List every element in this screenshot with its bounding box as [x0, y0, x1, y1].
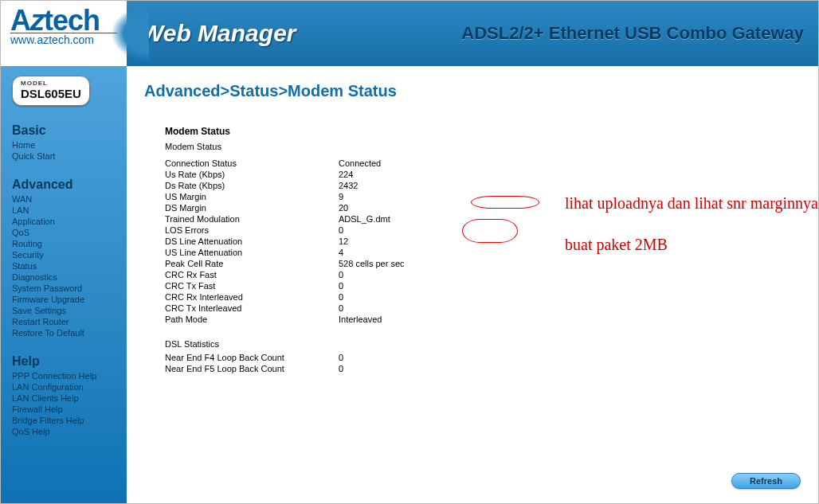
modem-status-title: Modem Status — [165, 126, 804, 137]
content-area: Advanced>Status>Modem Status Modem Statu… — [127, 66, 818, 503]
table-row: Peak Cell Rate528 cells per sec — [165, 258, 434, 269]
logo-brand: Aztech — [10, 7, 117, 34]
stat-value: 224 — [339, 169, 434, 180]
header-title: Web Manager — [141, 20, 296, 47]
table-row: DS Margin20 — [165, 202, 434, 213]
dsl-stats-table: Near End F4 Loop Back Count0Near End F5 … — [165, 352, 434, 374]
table-row: CRC Rx Interleaved0 — [165, 291, 434, 303]
nav-section: BasicHomeQuick Start — [12, 123, 116, 162]
nav-section: HelpPPP Connection HelpLAN Configuration… — [12, 354, 116, 437]
stat-value: 0 — [339, 303, 434, 314]
stat-value: 0 — [339, 363, 434, 374]
stat-label: US Line Attenuation — [165, 247, 339, 258]
nav-container: BasicHomeQuick StartAdvancedWANLANApplic… — [12, 123, 116, 437]
stat-value: 9 — [339, 191, 434, 202]
nav-item-application[interactable]: Application — [12, 216, 116, 227]
nav-item-firmware-upgrade[interactable]: Firmware Upgrade — [12, 294, 116, 305]
nav-item-home[interactable]: Home — [12, 139, 116, 150]
app-window: Aztech www.aztech.com Web Manager ADSL2/… — [0, 0, 819, 504]
nav-item-qos[interactable]: QoS — [12, 227, 116, 238]
table-row: US Line Attenuation4 — [165, 247, 434, 258]
nav-item-lan-clients-help[interactable]: LAN Clients Help — [12, 393, 116, 404]
annotation-text: lihat uploadnya dan lihat snr marginnya … — [565, 182, 818, 265]
stat-value: Interleaved — [339, 314, 434, 325]
refresh-button[interactable]: Refresh — [731, 473, 801, 489]
modem-status-table: Connection StatusConnectedUs Rate (Kbps)… — [165, 158, 434, 325]
table-row: LOS Errors0 — [165, 225, 434, 236]
nav-item-lan[interactable]: LAN — [12, 205, 116, 216]
stat-label: Connection Status — [165, 158, 339, 169]
stat-value: 2432 — [339, 180, 434, 191]
nav-item-status[interactable]: Status — [12, 260, 116, 272]
stat-label: Ds Rate (Kbps) — [165, 180, 339, 191]
nav-section-head: Basic — [12, 123, 116, 138]
nav-item-qos-help[interactable]: QoS Help — [12, 426, 116, 437]
nav-section-head: Help — [12, 354, 116, 369]
stat-value: 20 — [339, 202, 434, 213]
model-label: MODEL — [21, 80, 81, 87]
table-row: CRC Rx Fast0 — [165, 269, 434, 280]
table-row: CRC Tx Interleaved0 — [165, 303, 434, 314]
stat-label: CRC Rx Interleaved — [165, 291, 339, 303]
nav-item-system-password[interactable]: System Password — [12, 283, 116, 294]
table-row: Near End F4 Loop Back Count0 — [165, 352, 434, 363]
modem-status-caption: Modem Status — [165, 142, 804, 151]
stat-value: 0 — [339, 225, 434, 236]
main-row: MODEL DSL605EU BasicHomeQuick StartAdvan… — [1, 66, 818, 503]
stat-value: 4 — [339, 247, 434, 258]
table-row: Path ModeInterleaved — [165, 314, 434, 325]
stat-value: 0 — [339, 291, 434, 303]
model-name: DSL605EU — [21, 87, 81, 100]
stat-value: 0 — [339, 269, 434, 280]
nav-item-wan[interactable]: WAN — [12, 193, 116, 205]
stat-label: DS Margin — [165, 202, 339, 213]
stat-value: 0 — [339, 280, 434, 291]
nav-item-security[interactable]: Security — [12, 249, 116, 260]
stat-label: DS Line Attenuation — [165, 236, 339, 247]
model-badge: MODEL DSL605EU — [12, 76, 90, 106]
stat-label: CRC Rx Fast — [165, 269, 339, 280]
table-row: Us Rate (Kbps)224 — [165, 169, 434, 180]
stat-label: Path Mode — [165, 314, 339, 325]
dsl-stats-caption: DSL Statistics — [165, 339, 804, 349]
nav-item-diagnostics[interactable]: Diagnostics — [12, 272, 116, 283]
nav-item-bridge-filters-help[interactable]: Bridge Filters Help — [12, 415, 116, 426]
stat-label: Peak Cell Rate — [165, 258, 339, 269]
stat-value: 528 cells per sec — [339, 258, 434, 269]
table-row: Near End F5 Loop Back Count0 — [165, 363, 434, 374]
table-row: Connection StatusConnected — [165, 158, 434, 169]
nav-item-routing[interactable]: Routing — [12, 238, 116, 249]
nav-section-head: Advanced — [12, 178, 116, 192]
stat-label: LOS Errors — [165, 225, 339, 236]
stat-label: CRC Tx Interleaved — [165, 303, 339, 314]
nav-item-restore-to-default[interactable]: Restore To Default — [12, 327, 116, 338]
nav-item-lan-configuration[interactable]: LAN Configuration — [12, 381, 116, 393]
nav-item-firewall-help[interactable]: Firewall Help — [12, 404, 116, 415]
logo-subtext: www.aztech.com — [10, 33, 117, 46]
table-row: DS Line Attenuation12 — [165, 236, 434, 247]
breadcrumb: Advanced>Status>Modem Status — [144, 82, 804, 100]
stat-label: Us Rate (Kbps) — [165, 169, 339, 180]
nav-item-save-settings[interactable]: Save Settings — [12, 305, 116, 316]
header-bar: Aztech www.aztech.com Web Manager ADSL2/… — [1, 1, 818, 66]
sidebar: MODEL DSL605EU BasicHomeQuick StartAdvan… — [1, 66, 127, 503]
stat-label: Near End F4 Loop Back Count — [165, 352, 339, 363]
table-row: Trained ModulationADSL_G.dmt — [165, 213, 434, 225]
stat-value: Connected — [339, 158, 434, 169]
stat-value: 0 — [339, 352, 434, 363]
table-row: CRC Tx Fast0 — [165, 280, 434, 291]
stat-label: Near End F5 Loop Back Count — [165, 363, 339, 374]
header-tagline: ADSL2/2+ Ethernet USB Combo Gateway — [461, 23, 804, 44]
stat-label: Trained Modulation — [165, 213, 339, 225]
nav-item-restart-router[interactable]: Restart Router — [12, 316, 116, 327]
stat-value: 12 — [339, 236, 434, 247]
nav-item-ppp-connection-help[interactable]: PPP Connection Help — [12, 370, 116, 381]
table-row: Ds Rate (Kbps)2432 — [165, 180, 434, 191]
nav-section: AdvancedWANLANApplicationQoSRoutingSecur… — [12, 178, 116, 338]
stat-label: CRC Tx Fast — [165, 280, 339, 291]
stat-label: US Margin — [165, 191, 339, 202]
stat-value: ADSL_G.dmt — [339, 213, 434, 225]
nav-item-quick-start[interactable]: Quick Start — [12, 150, 116, 162]
header-right: Web Manager ADSL2/2+ Ethernet USB Combo … — [127, 1, 818, 66]
table-row: US Margin9 — [165, 191, 434, 202]
